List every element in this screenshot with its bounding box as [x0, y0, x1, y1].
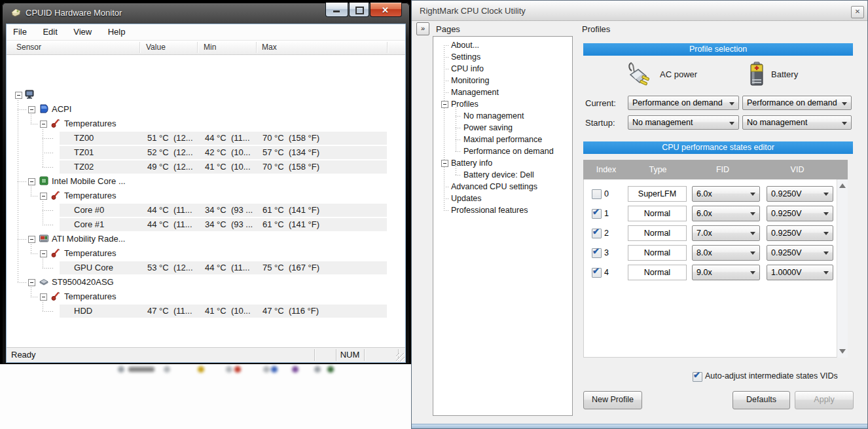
fid-select[interactable]: 8.0x: [692, 245, 760, 261]
column-header-min[interactable]: Min: [204, 43, 216, 52]
resize-grip[interactable]: [396, 353, 405, 362]
pstate-checkbox[interactable]: ✔: [592, 209, 602, 219]
pstate-type-field[interactable]: Normal: [628, 265, 687, 280]
tree-row-temperatures[interactable]: Temperatures: [7, 246, 405, 261]
collapse-toggle[interactable]: [40, 121, 47, 128]
pstate-checkbox[interactable]: ✔: [592, 229, 602, 238]
page-item-professional-features[interactable]: Professional features: [433, 204, 572, 216]
sensor-max: 61 °C (141 °F): [262, 205, 319, 215]
menu-help[interactable]: Help: [101, 24, 132, 37]
defaults-button[interactable]: Defaults: [732, 391, 790, 409]
collapse-toggle[interactable]: [28, 106, 35, 113]
battery-current-profile-select[interactable]: Performance on demand: [742, 96, 852, 110]
maximize-button[interactable]: [349, 3, 369, 17]
tree-row-temperatures[interactable]: Temperatures: [7, 117, 405, 131]
rmclock-titlebar: RightMark CPU Clock Utility ✕: [412, 1, 867, 21]
pstate-type-field[interactable]: Normal: [628, 206, 687, 221]
auto-adjust-checkbox[interactable]: ✔: [693, 372, 702, 382]
page-item-maximal-performance[interactable]: Maximal performance: [433, 134, 572, 145]
fid-select[interactable]: 6.0x: [692, 206, 760, 221]
fid-select[interactable]: 7.0x: [692, 225, 760, 241]
apply-button[interactable]: Apply: [795, 391, 854, 409]
column-header-value[interactable]: Value: [146, 43, 166, 52]
collapse-toggle[interactable]: [15, 92, 22, 99]
pstate-type-field[interactable]: Normal: [628, 245, 687, 261]
collapse-toggle[interactable]: [441, 101, 448, 108]
page-item-cpu-info[interactable]: CPU info: [433, 63, 572, 75]
vid-select[interactable]: 0.9250V: [767, 245, 833, 261]
page-item-performance-on-demand[interactable]: Performance on demand: [433, 145, 572, 157]
page-item-about[interactable]: About...: [433, 39, 572, 51]
num-lock-indicator: NUM: [336, 350, 364, 360]
column-header-sensor[interactable]: Sensor: [16, 43, 41, 52]
collapse-toggle[interactable]: [441, 160, 448, 167]
vid-select[interactable]: 0.9250V: [767, 186, 833, 202]
collapse-toggle[interactable]: [28, 236, 35, 243]
vid-select[interactable]: 0.9250V: [767, 206, 833, 221]
minimize-button[interactable]: [325, 3, 348, 17]
page-item-monitoring[interactable]: Monitoring: [433, 75, 572, 86]
tree-row-computer[interactable]: [7, 88, 405, 102]
tree-row-intel-cpu[interactable]: Intel Mobile Core ...: [7, 174, 405, 189]
sensor-min: 34 °C (93 ...: [205, 205, 253, 215]
vid-select[interactable]: 0.9250V: [767, 225, 833, 241]
pages-panel-label: Pages: [436, 24, 460, 34]
sensor-row-tz00[interactable]: TZ00 51 °C (12... 44 °C (11... 70 °C (15…: [7, 131, 405, 145]
sensor-row-hdd[interactable]: HDD 47 °C (11... 41 °C (10... 47 °C (116…: [7, 304, 405, 318]
new-profile-button[interactable]: New Profile: [583, 391, 642, 409]
pstate-row-2: ✔ 2 Normal 7.0x 0.9250V: [583, 225, 848, 241]
ac-startup-profile-select[interactable]: No management: [628, 115, 739, 130]
close-button[interactable]: ✕: [370, 3, 402, 17]
page-item-power-saving[interactable]: Power saving: [433, 122, 572, 134]
tree-row-temperatures[interactable]: Temperatures: [7, 189, 405, 203]
sensor-row-gpu-core[interactable]: GPU Core 53 °C (12... 44 °C (11... 75 °C…: [7, 261, 405, 275]
collapse-toggle[interactable]: [28, 178, 35, 185]
minimize-icon: [333, 10, 340, 12]
sensor-row-core1[interactable]: Core #1 44 °C (11... 34 °C (93 ... 61 °C…: [7, 217, 405, 232]
page-item-settings[interactable]: Settings: [433, 51, 572, 63]
sensor-row-core0[interactable]: Core #0 44 °C (11... 34 °C (93 ... 61 °C…: [7, 203, 405, 217]
page-item-battery-info[interactable]: Battery info: [433, 157, 572, 169]
close-button[interactable]: ✕: [851, 6, 864, 18]
pstate-index: 3: [604, 248, 609, 257]
sensor-row-tz01[interactable]: TZ01 52 °C (12... 42 °C (10... 57 °C (13…: [7, 145, 405, 160]
page-item-profiles[interactable]: Profiles: [433, 98, 572, 110]
sensor-row-tz02[interactable]: TZ02 49 °C (12... 41 °C (10... 70 °C (15…: [7, 160, 405, 174]
page-item-management[interactable]: Management: [433, 86, 572, 98]
collapse-panel-button[interactable]: »: [416, 22, 429, 35]
menu-view[interactable]: View: [67, 24, 98, 37]
page-item-no-management[interactable]: No management: [433, 110, 572, 122]
page-item-advanced-cpu-settings[interactable]: Advanced CPU settings: [433, 181, 572, 193]
fid-select[interactable]: 6.0x: [692, 186, 760, 202]
collapse-toggle[interactable]: [40, 293, 47, 301]
collapse-toggle[interactable]: [40, 250, 47, 257]
sensor-min: 34 °C (93 ...: [205, 219, 253, 229]
collapse-toggle[interactable]: [28, 279, 35, 286]
tree-row-acpi[interactable]: ACPI: [7, 102, 405, 117]
profiles-panel-label: Profiles: [582, 24, 610, 34]
page-item-updates[interactable]: Updates: [433, 193, 572, 204]
vid-select[interactable]: 1.0000V: [767, 265, 833, 280]
tree-row-temperatures[interactable]: Temperatures: [7, 289, 405, 304]
menu-edit[interactable]: Edit: [36, 24, 63, 37]
pstate-checkbox[interactable]: ✔: [592, 189, 602, 199]
pstate-checkbox[interactable]: ✔: [592, 248, 602, 258]
collapse-toggle[interactable]: [40, 193, 47, 200]
pstate-checkbox[interactable]: ✔: [592, 268, 602, 278]
menu-file[interactable]: File: [7, 24, 33, 37]
pstate-index: 1: [604, 209, 609, 218]
chevron-down-icon: [750, 252, 755, 255]
page-item-battery-device[interactable]: Battery device: Dell: [433, 169, 572, 181]
tree-row-hdd-device[interactable]: ST9500420ASG: [7, 275, 405, 289]
fid-select[interactable]: 9.0x: [692, 265, 760, 280]
pstate-type-field[interactable]: Normal: [628, 225, 687, 241]
pstate-type-field[interactable]: SuperLFM: [628, 186, 687, 202]
pages-tree: About... Settings CPU info Monitoring Ma…: [433, 36, 573, 416]
tree-row-ati-gpu[interactable]: ATI Mobility Rade...: [7, 232, 405, 246]
battery-startup-profile-select[interactable]: No management: [742, 115, 852, 130]
blurred-desktop-icons: [0, 364, 411, 375]
column-index: Index: [587, 165, 626, 174]
scroll-down-icon[interactable]: [839, 349, 846, 354]
column-header-max[interactable]: Max: [262, 43, 277, 52]
ac-current-profile-select[interactable]: Performance on demand: [628, 96, 739, 110]
